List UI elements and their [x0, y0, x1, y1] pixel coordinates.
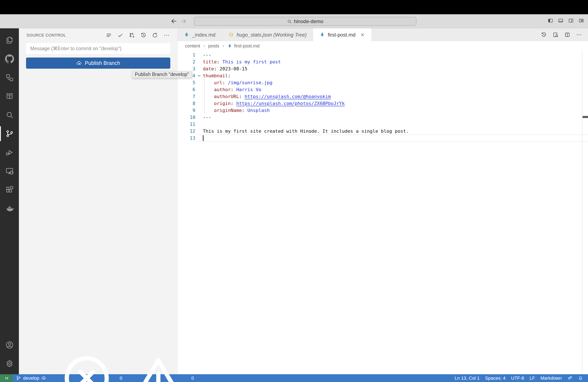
svg-text:{}: {} — [229, 33, 233, 37]
status-encoding[interactable]: UTF-8 — [508, 374, 527, 382]
tab--index-md[interactable]: _index.md — [177, 28, 222, 41]
status-language-mode[interactable]: Markdown — [538, 374, 565, 382]
status-cursor-position[interactable]: Ln 13, Col 1 — [452, 374, 482, 382]
layout-controls — [547, 18, 584, 23]
commit-button[interactable] — [117, 32, 124, 39]
commit-message-input[interactable] — [26, 43, 170, 54]
activity-item-references[interactable] — [0, 68, 19, 87]
code-link[interactable]: https://unsplash.com/photos/ZX6BPboJrYk — [236, 101, 345, 106]
source-control-icon — [5, 129, 14, 138]
line-number: 11 — [177, 122, 195, 127]
back-button[interactable] — [170, 18, 177, 24]
open-preview-button[interactable] — [552, 32, 559, 38]
activity-item-docs-book[interactable] — [0, 87, 19, 106]
line-number: 12 — [177, 128, 195, 134]
remote-indicator[interactable] — [0, 374, 13, 382]
status-eol[interactable]: LF — [527, 374, 538, 382]
problems-status-item[interactable]: 0 0 — [52, 374, 197, 382]
more-actions-button[interactable] — [163, 32, 170, 39]
forward-button[interactable] — [180, 18, 187, 24]
code-segment: Unsplash — [247, 108, 270, 113]
error-icon — [55, 347, 118, 382]
code-link[interactable]: https://unsplash.com/@hoanvokim — [245, 94, 331, 99]
settings-gear-icon — [5, 359, 14, 368]
activity-item-source-control[interactable] — [0, 124, 19, 143]
history-button[interactable] — [140, 32, 147, 39]
customize-layout-button[interactable] — [578, 18, 584, 23]
split-editor-button[interactable] — [564, 32, 570, 38]
markdown-file-icon — [184, 32, 189, 38]
activity-item-docker[interactable] — [0, 199, 19, 218]
activity-item-run-debug[interactable] — [0, 143, 19, 162]
activity-item-remote-explorer[interactable] — [0, 162, 19, 180]
sidebar-title: SOURCE CONTROL — [26, 33, 66, 38]
docker-icon — [5, 204, 14, 213]
source-control-sidebar: SOURCE CONTROL Publish Branch — [19, 28, 177, 374]
tab-bar: _index.md{}hugo_stats.json (Working Tree… — [177, 28, 588, 41]
breadcrumb-item-first-post-md[interactable]: first-post.md — [234, 43, 260, 49]
account-icon — [5, 340, 14, 349]
branch-status-item[interactable]: develop — [13, 374, 49, 382]
status-indentation[interactable]: Spaces: 4 — [482, 374, 508, 382]
indent-guide — [204, 86, 205, 93]
line-text: title: This is my first post — [203, 59, 281, 64]
code-segment: url — [214, 80, 222, 85]
close-icon[interactable] — [360, 32, 365, 37]
fold-chevron[interactable] — [195, 73, 203, 78]
status-notifications[interactable] — [575, 374, 586, 382]
activity-item-github[interactable] — [0, 50, 19, 68]
activity-item-explorer[interactable] — [0, 31, 19, 50]
activity-item-search[interactable] — [0, 106, 19, 124]
line-number: 5 — [177, 80, 195, 85]
create-branch-button[interactable] — [129, 32, 135, 39]
code-segment: : — [231, 101, 236, 106]
chevron-right-icon — [221, 44, 225, 48]
command-center-search[interactable]: hinode-demo — [194, 17, 417, 26]
publish-branch-label: Publish Branch — [85, 60, 120, 66]
code-line-8: 8 origin: https://unsplash.com/photos/ZX… — [177, 100, 588, 107]
code-segment: Harris Vo — [236, 87, 261, 92]
code-editor[interactable]: 1---2title: This is my first post3date: … — [177, 51, 588, 374]
more-actions-button[interactable] — [576, 32, 582, 38]
code-segment: origin — [214, 101, 231, 106]
tab-first-post-md[interactable]: first-post.md — [313, 28, 372, 41]
timeline-button[interactable] — [541, 32, 547, 38]
line-text: thumbnail: — [203, 73, 231, 78]
code-line-11: 11 — [177, 121, 588, 128]
status-encoding-label: UTF-8 — [511, 376, 524, 381]
code-segment: This is my first site created with Hinod… — [203, 128, 409, 134]
code-segment: --- — [203, 52, 211, 58]
activity-item-account[interactable] — [0, 336, 19, 354]
json-file-icon: {} — [228, 32, 234, 38]
editor-group: _index.md{}hugo_stats.json (Working Tree… — [177, 28, 588, 374]
line-text: authorURL: https://unsplash.com/@hoanvok… — [203, 94, 331, 99]
text-cursor — [203, 135, 204, 141]
activity-item-settings[interactable] — [0, 354, 19, 373]
code-segment: : — [231, 87, 236, 92]
publish-branch-button[interactable]: Publish Branch — [26, 58, 170, 69]
code-segment: : — [239, 94, 245, 99]
toggle-secondary-sidebar-button[interactable] — [568, 18, 574, 23]
vscode-window: { "window": { "search_value": "hinode-de… — [0, 0, 588, 382]
line-number: 7 — [177, 94, 195, 99]
breadcrumb-item-posts[interactable]: posts — [208, 43, 219, 49]
toggle-primary-sidebar-button[interactable] — [547, 18, 553, 23]
activity-item-extensions[interactable] — [0, 180, 19, 199]
tab-hugo-stats-json-working-tree-[interactable]: {}hugo_stats.json (Working Tree) — [222, 28, 313, 41]
view-as-list-button[interactable] — [106, 32, 112, 39]
refresh-button[interactable] — [152, 32, 158, 39]
error-count: 0 — [120, 376, 122, 381]
status-feedback[interactable] — [565, 374, 575, 382]
code-line-1: 1--- — [177, 51, 588, 58]
toggle-panel-button[interactable] — [558, 18, 564, 23]
status-language-mode-label: Markdown — [541, 376, 562, 381]
workbench: SOURCE CONTROL Publish Branch _index.md{… — [0, 28, 588, 374]
code-segment: 2023-08-15 — [219, 66, 247, 71]
line-text: author: Harris Vo — [203, 87, 261, 92]
line-number: 1 — [177, 52, 195, 58]
code-lines: 1---2title: This is my first post3date: … — [177, 51, 588, 142]
current-line-highlight — [197, 135, 588, 142]
tabs: _index.md{}hugo_stats.json (Working Tree… — [177, 28, 372, 41]
breadcrumb-item-content[interactable]: content — [185, 43, 200, 49]
indent-guide — [204, 93, 205, 100]
